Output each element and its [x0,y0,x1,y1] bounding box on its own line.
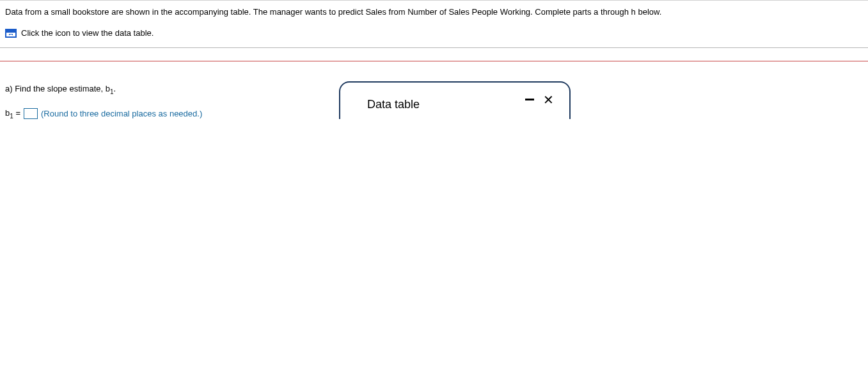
data-table-modal: Data table ✕ Number of sales people work… [339,81,571,119]
question-a-end: . [114,84,116,93]
click-text: Click the icon to view the data table. [21,28,154,38]
problem-header: Data from a small bookstore are shown in… [0,0,868,48]
close-icon[interactable]: ✕ [543,93,554,106]
intro-text: Data from a small bookstore are shown in… [5,7,863,17]
divider [0,61,868,61]
problem-body: a) Find the slope estimate, b1. b1 = (Ro… [0,84,868,119]
rounding-hint: (Round to three decimal places as needed… [41,109,202,118]
question-a-text: a) Find the slope estimate, b [5,84,110,93]
b1-label: b1 = [5,108,20,120]
modal-header: Data table ✕ [356,89,554,111]
modal-controls: ✕ [525,93,554,106]
b1-input[interactable] [24,108,38,119]
modal-title: Data table [367,98,420,111]
minimize-icon[interactable] [525,99,534,100]
data-table-icon[interactable] [5,29,17,38]
view-table-row: Click the icon to view the data table. [5,28,863,38]
